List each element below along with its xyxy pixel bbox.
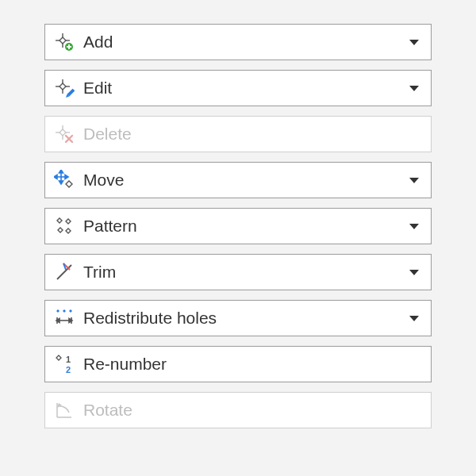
rotate-label: Rotate: [83, 401, 421, 420]
edit-label: Edit: [83, 79, 407, 98]
trim-button[interactable]: Trim: [44, 254, 432, 290]
svg-marker-4: [60, 37, 66, 44]
edit-button[interactable]: Edit: [44, 70, 432, 106]
svg-marker-34: [58, 228, 63, 232]
renumber-icon: 1 2: [53, 353, 75, 375]
svg-marker-50: [56, 355, 61, 360]
rotate-button: Rotate: [44, 392, 432, 428]
move-button[interactable]: Move: [44, 162, 432, 198]
chevron-down-icon: [407, 265, 421, 279]
redistribute-icon: [53, 307, 75, 329]
svg-marker-8: [409, 40, 419, 45]
move-label: Move: [83, 171, 407, 190]
chevron-down-icon: [407, 219, 421, 233]
edit-hole-icon: [53, 77, 75, 99]
renumber-label: Re-number: [83, 355, 421, 374]
hole-operations-panel: Add Edit: [0, 0, 476, 452]
svg-marker-21: [60, 129, 66, 136]
svg-marker-43: [69, 309, 72, 313]
rotate-icon: [53, 399, 75, 421]
svg-marker-31: [409, 178, 419, 183]
chevron-down-icon: [407, 81, 421, 95]
svg-marker-28: [54, 175, 57, 179]
svg-text:1: 1: [66, 355, 71, 364]
svg-marker-36: [409, 224, 419, 229]
svg-marker-55: [57, 403, 62, 408]
add-hole-icon: [53, 31, 75, 53]
pattern-icon: [53, 215, 75, 237]
chevron-down-icon: [407, 35, 421, 49]
svg-marker-35: [66, 228, 71, 233]
renumber-button[interactable]: 1 2 Re-number: [44, 346, 432, 382]
trim-label: Trim: [83, 263, 407, 282]
svg-text:2: 2: [66, 365, 71, 374]
move-hole-icon: [53, 169, 75, 191]
svg-marker-32: [57, 218, 62, 223]
pattern-label: Pattern: [83, 217, 407, 236]
svg-marker-30: [66, 181, 72, 187]
svg-marker-41: [56, 309, 60, 313]
pattern-button[interactable]: Pattern: [44, 208, 432, 244]
chevron-down-icon: [407, 173, 421, 187]
svg-rect-14: [67, 89, 75, 97]
svg-marker-26: [60, 170, 63, 173]
svg-marker-16: [409, 86, 419, 91]
svg-marker-13: [60, 83, 66, 90]
svg-marker-40: [409, 270, 419, 275]
chevron-down-icon: [407, 311, 421, 325]
redistribute-button[interactable]: Redistribute holes: [44, 300, 432, 336]
svg-marker-49: [409, 316, 419, 321]
add-button[interactable]: Add: [44, 24, 432, 60]
add-label: Add: [83, 33, 407, 52]
delete-hole-icon: [53, 123, 75, 145]
delete-label: Delete: [83, 125, 421, 144]
svg-marker-42: [63, 309, 66, 313]
svg-marker-27: [60, 181, 63, 184]
svg-marker-33: [66, 219, 71, 224]
delete-button: Delete: [44, 116, 432, 152]
redistribute-label: Redistribute holes: [83, 309, 407, 328]
trim-icon: [53, 261, 75, 283]
svg-marker-29: [65, 175, 68, 179]
